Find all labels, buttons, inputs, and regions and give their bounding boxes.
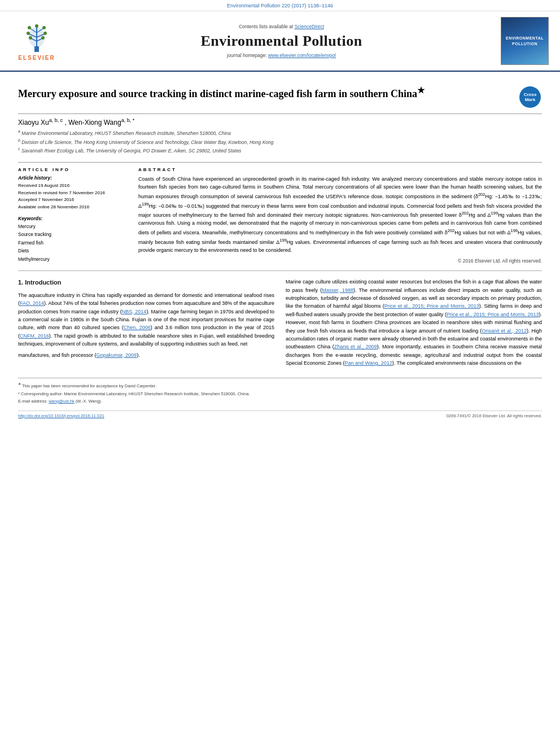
price2015b-link[interactable]: Price et al., 2015; Price and Morris, 20…	[447, 312, 539, 317]
svg-point-15	[35, 24, 38, 28]
chen-link[interactable]: Chen, 2006	[124, 325, 151, 330]
body-col-left: 1. Introduction The aquaculture industry…	[18, 278, 274, 370]
affiliation-c: c Savannah River Ecology Lab, The Univer…	[18, 146, 542, 155]
author1: Xiaoyu Xu	[18, 119, 49, 126]
section-divider	[18, 270, 542, 271]
intro-para-2: Marine cage culture utilizes existing co…	[286, 278, 542, 367]
svg-point-11	[27, 32, 30, 35]
revised-date: Received in revised form 7 November 2016	[18, 190, 128, 197]
article-title-section: Mercury exposure and source tracking in …	[18, 77, 542, 114]
svg-point-9	[28, 26, 31, 29]
abstract-heading: ABSTRACT	[138, 167, 542, 172]
footer-bar: http://dx.doi.org/10.1016/j.envpol.2016.…	[18, 410, 542, 418]
fao-link[interactable]: FAO, 2014	[20, 300, 44, 306]
accepted-date: Accepted 7 November 2016	[18, 196, 128, 204]
svg-point-14	[41, 36, 45, 40]
available-date: Available online 28 November 2016	[18, 204, 128, 211]
doi-link[interactable]: http://dx.doi.org/10.1016/j.envpol.2016.…	[18, 413, 104, 418]
authors-section: Xiaoyu Xua, b, c , Wen-Xiong Wanga, b, *…	[18, 114, 542, 158]
affiliation-b: b Division of Life Science, The Hong Kon…	[18, 138, 542, 146]
article-main: Mercury exposure and source tracking in …	[0, 72, 560, 418]
received-date: Received 19 August 2016	[18, 182, 128, 190]
citation-text: Environmental Pollution 220 (2017) 1138–…	[227, 3, 333, 8]
crossmark-badge[interactable]: CrossMark	[519, 86, 542, 109]
article-title: Mercury exposure and source tracking in …	[18, 85, 425, 101]
title-star: ★	[417, 86, 425, 95]
author1-sup: a, b, c	[49, 117, 63, 123]
email-link[interactable]: wang@ust.hk	[49, 399, 75, 404]
corresponding-footnote: * Corresponding author. Marine Environme…	[18, 391, 542, 397]
onsanit-link[interactable]: Onsanit et al., 2012	[482, 328, 527, 334]
abstract-col: ABSTRACT Coasts of South China have expe…	[138, 167, 542, 264]
svg-point-12	[43, 32, 47, 35]
intro-para-1: The aquaculture industry in China has ra…	[18, 291, 274, 348]
article-history-block: Article history: Received 19 August 2016…	[18, 175, 128, 211]
zhang-link[interactable]: Zhang et al., 2009	[334, 344, 377, 350]
author2-sup: a, b, *	[121, 117, 135, 123]
intro-para-1-cont: manufactures, and fish processor (Gopaku…	[18, 351, 274, 359]
journal-homepage: journal homepage: www.elsevier.com/locat…	[70, 53, 493, 58]
author2: , Wen-Xiong Wang	[65, 119, 121, 126]
svg-point-10	[42, 26, 46, 29]
journal-cover: ENVIRONMENTALPOLLUTION	[501, 17, 549, 65]
nbs-link[interactable]: NBS, 2014	[122, 309, 147, 314]
sciencedirect-link[interactable]: ScienceDirect	[295, 24, 324, 29]
elsevier-wordmark: ELSEVIER	[18, 55, 55, 61]
email-footnote: E-mail address: wang@ust.hk (W.-X. Wang)…	[18, 398, 542, 405]
journal-title: Environmental Pollution	[70, 33, 493, 50]
keywords-label: Keywords:	[18, 216, 128, 221]
masser-link[interactable]: Masser, 1988	[322, 287, 353, 293]
copyright-line: © 2016 Elsevier Ltd. All rights reserved…	[138, 258, 542, 264]
article-info-abstract: ARTICLE INFO Article history: Received 1…	[18, 162, 542, 264]
pan-link[interactable]: Pan and Wang, 2012	[345, 360, 392, 366]
journal-header-center: Contents lists available at ScienceDirec…	[62, 24, 501, 58]
star-footnote: ★ This paper has been recommended for ac…	[18, 381, 542, 390]
issn: 0269-7491/© 2016 Elsevier Ltd. All right…	[447, 413, 542, 418]
keywords-block: Keywords: MercurySource trackingFarmed f…	[18, 216, 128, 263]
authors-line: Xiaoyu Xua, b, c , Wen-Xiong Wanga, b, *	[18, 117, 542, 126]
elsevier-tree-icon	[20, 21, 54, 53]
intro-heading: 1. Introduction	[18, 278, 274, 288]
history-label: Article history:	[18, 175, 128, 181]
price2015-link[interactable]: Price et al., 2015; Price and Morris, 20…	[384, 303, 479, 309]
contents-line: Contents lists available at ScienceDirec…	[70, 24, 493, 29]
homepage-link[interactable]: www.elsevier.com/locate/envpol	[268, 53, 336, 58]
gopakumar-link[interactable]: Gopakumar, 2009	[97, 352, 137, 358]
footnote-area: ★ This paper has been recommended for ac…	[18, 378, 542, 405]
elsevier-logo: ELSEVIER	[11, 21, 62, 61]
keywords-list: MercurySource trackingFarmed fishDietsMe…	[18, 222, 128, 263]
top-citation-bar: Environmental Pollution 220 (2017) 1138–…	[0, 0, 560, 11]
svg-point-13	[29, 36, 32, 40]
article-info-heading: ARTICLE INFO	[18, 167, 128, 172]
article-info-col: ARTICLE INFO Article history: Received 1…	[18, 167, 128, 264]
abstract-text: Coasts of South China have experienced a…	[138, 176, 542, 255]
affiliation-a: a Marine Environmental Laboratory, HKUST…	[18, 129, 542, 137]
body-col-right: Marine cage culture utilizes existing co…	[286, 278, 542, 370]
journal-header: ELSEVIER Contents lists available at Sci…	[0, 11, 560, 72]
cover-title-text: ENVIRONMENTALPOLLUTION	[506, 36, 544, 47]
cnfm-link[interactable]: CNFM, 2016	[20, 333, 49, 339]
body-section: 1. Introduction The aquaculture industry…	[18, 278, 542, 370]
